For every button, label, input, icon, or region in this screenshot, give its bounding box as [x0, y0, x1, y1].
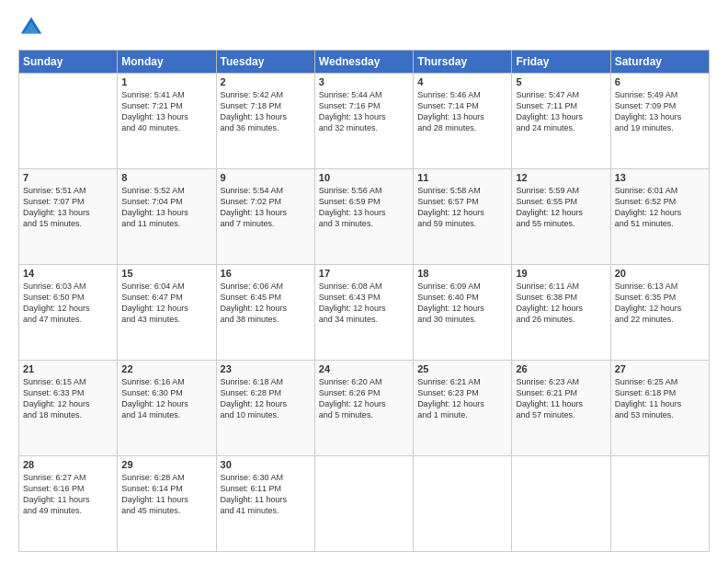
weekday-friday: Friday — [512, 51, 610, 74]
week-row-4: 21Sunrise: 6:15 AM Sunset: 6:33 PM Dayli… — [19, 361, 710, 456]
day-info: Sunrise: 6:03 AM Sunset: 6:50 PM Dayligh… — [23, 281, 113, 326]
day-info: Sunrise: 5:51 AM Sunset: 7:07 PM Dayligh… — [23, 185, 113, 230]
header — [18, 15, 710, 40]
day-number: 12 — [516, 172, 606, 183]
calendar-cell: 23Sunrise: 6:18 AM Sunset: 6:28 PM Dayli… — [216, 361, 314, 456]
day-info: Sunrise: 6:30 AM Sunset: 6:11 PM Dayligh… — [221, 472, 311, 517]
day-number: 15 — [121, 268, 211, 279]
day-info: Sunrise: 6:15 AM Sunset: 6:33 PM Dayligh… — [23, 376, 113, 421]
calendar-cell: 5Sunrise: 5:47 AM Sunset: 7:11 PM Daylig… — [512, 74, 610, 169]
day-info: Sunrise: 6:06 AM Sunset: 6:45 PM Dayligh… — [221, 281, 311, 326]
week-row-2: 7Sunrise: 5:51 AM Sunset: 7:07 PM Daylig… — [19, 169, 710, 265]
calendar-cell: 21Sunrise: 6:15 AM Sunset: 6:33 PM Dayli… — [19, 361, 118, 456]
weekday-thursday: Thursday — [414, 51, 512, 74]
calendar-cell — [610, 456, 709, 552]
day-number: 3 — [319, 76, 409, 87]
calendar-cell: 29Sunrise: 6:28 AM Sunset: 6:14 PM Dayli… — [118, 456, 216, 552]
calendar-cell: 2Sunrise: 5:42 AM Sunset: 7:18 PM Daylig… — [216, 74, 314, 169]
day-number: 29 — [121, 459, 211, 470]
day-info: Sunrise: 6:04 AM Sunset: 6:47 PM Dayligh… — [121, 281, 211, 326]
logo — [18, 15, 48, 40]
calendar-cell: 14Sunrise: 6:03 AM Sunset: 6:50 PM Dayli… — [19, 265, 118, 361]
weekday-saturday: Saturday — [610, 51, 709, 74]
day-number: 20 — [615, 268, 705, 279]
day-info: Sunrise: 5:54 AM Sunset: 7:02 PM Dayligh… — [221, 185, 311, 230]
day-number: 4 — [417, 76, 507, 87]
weekday-wednesday: Wednesday — [314, 51, 413, 74]
day-info: Sunrise: 5:56 AM Sunset: 6:59 PM Dayligh… — [319, 185, 409, 230]
calendar-cell: 8Sunrise: 5:52 AM Sunset: 7:04 PM Daylig… — [118, 169, 216, 265]
day-number: 21 — [23, 363, 113, 374]
weekday-sunday: Sunday — [19, 51, 118, 74]
day-info: Sunrise: 6:08 AM Sunset: 6:43 PM Dayligh… — [319, 281, 409, 326]
calendar-cell: 30Sunrise: 6:30 AM Sunset: 6:11 PM Dayli… — [216, 456, 314, 552]
calendar-cell: 16Sunrise: 6:06 AM Sunset: 6:45 PM Dayli… — [216, 265, 314, 361]
day-number: 16 — [221, 268, 311, 279]
day-info: Sunrise: 6:11 AM Sunset: 6:38 PM Dayligh… — [516, 281, 606, 326]
day-number: 19 — [516, 268, 606, 279]
day-number: 14 — [23, 268, 113, 279]
day-info: Sunrise: 6:23 AM Sunset: 6:21 PM Dayligh… — [516, 376, 606, 421]
calendar-cell: 10Sunrise: 5:56 AM Sunset: 6:59 PM Dayli… — [314, 169, 413, 265]
calendar-cell: 24Sunrise: 6:20 AM Sunset: 6:26 PM Dayli… — [314, 361, 413, 456]
weekday-monday: Monday — [118, 51, 216, 74]
week-row-3: 14Sunrise: 6:03 AM Sunset: 6:50 PM Dayli… — [19, 265, 710, 361]
day-info: Sunrise: 6:20 AM Sunset: 6:26 PM Dayligh… — [319, 376, 409, 421]
day-number: 18 — [417, 268, 507, 279]
weekday-tuesday: Tuesday — [216, 51, 314, 74]
day-number: 25 — [417, 363, 507, 374]
day-info: Sunrise: 6:21 AM Sunset: 6:23 PM Dayligh… — [417, 376, 507, 421]
day-number: 5 — [516, 76, 606, 87]
calendar-cell: 4Sunrise: 5:46 AM Sunset: 7:14 PM Daylig… — [414, 74, 512, 169]
day-number: 17 — [319, 268, 409, 279]
day-number: 27 — [615, 363, 705, 374]
calendar-cell: 7Sunrise: 5:51 AM Sunset: 7:07 PM Daylig… — [19, 169, 118, 265]
calendar-cell: 3Sunrise: 5:44 AM Sunset: 7:16 PM Daylig… — [314, 74, 413, 169]
day-info: Sunrise: 5:49 AM Sunset: 7:09 PM Dayligh… — [615, 89, 705, 134]
calendar-cell: 27Sunrise: 6:25 AM Sunset: 6:18 PM Dayli… — [610, 361, 709, 456]
day-info: Sunrise: 6:13 AM Sunset: 6:35 PM Dayligh… — [615, 281, 705, 326]
calendar-table: SundayMondayTuesdayWednesdayThursdayFrid… — [18, 50, 710, 552]
calendar-cell: 15Sunrise: 6:04 AM Sunset: 6:47 PM Dayli… — [118, 265, 216, 361]
day-info: Sunrise: 5:42 AM Sunset: 7:18 PM Dayligh… — [221, 89, 311, 134]
logo-icon — [18, 15, 44, 40]
calendar-cell — [19, 74, 118, 169]
calendar-cell — [414, 456, 512, 552]
day-number: 8 — [121, 172, 211, 183]
day-number: 7 — [23, 172, 113, 183]
day-info: Sunrise: 5:58 AM Sunset: 6:57 PM Dayligh… — [417, 185, 507, 230]
page: SundayMondayTuesdayWednesdayThursdayFrid… — [0, 0, 728, 563]
calendar-cell: 11Sunrise: 5:58 AM Sunset: 6:57 PM Dayli… — [414, 169, 512, 265]
calendar-cell: 22Sunrise: 6:16 AM Sunset: 6:30 PM Dayli… — [118, 361, 216, 456]
day-info: Sunrise: 6:18 AM Sunset: 6:28 PM Dayligh… — [221, 376, 311, 421]
day-info: Sunrise: 6:25 AM Sunset: 6:18 PM Dayligh… — [615, 376, 705, 421]
calendar-cell: 26Sunrise: 6:23 AM Sunset: 6:21 PM Dayli… — [512, 361, 610, 456]
day-number: 22 — [121, 363, 211, 374]
day-number: 1 — [121, 76, 211, 87]
weekday-header-row: SundayMondayTuesdayWednesdayThursdayFrid… — [19, 51, 710, 74]
day-number: 26 — [516, 363, 606, 374]
calendar-cell: 6Sunrise: 5:49 AM Sunset: 7:09 PM Daylig… — [610, 74, 709, 169]
day-info: Sunrise: 6:01 AM Sunset: 6:52 PM Dayligh… — [615, 185, 705, 230]
day-number: 24 — [319, 363, 409, 374]
day-info: Sunrise: 5:44 AM Sunset: 7:16 PM Dayligh… — [319, 89, 409, 134]
calendar-cell: 20Sunrise: 6:13 AM Sunset: 6:35 PM Dayli… — [610, 265, 709, 361]
calendar-cell: 13Sunrise: 6:01 AM Sunset: 6:52 PM Dayli… — [610, 169, 709, 265]
day-number: 30 — [221, 459, 311, 470]
week-row-5: 28Sunrise: 6:27 AM Sunset: 6:16 PM Dayli… — [19, 456, 710, 552]
day-info: Sunrise: 5:46 AM Sunset: 7:14 PM Dayligh… — [417, 89, 507, 134]
day-info: Sunrise: 6:27 AM Sunset: 6:16 PM Dayligh… — [23, 472, 113, 517]
calendar-cell: 28Sunrise: 6:27 AM Sunset: 6:16 PM Dayli… — [19, 456, 118, 552]
calendar-cell: 1Sunrise: 5:41 AM Sunset: 7:21 PM Daylig… — [118, 74, 216, 169]
day-number: 9 — [221, 172, 311, 183]
day-info: Sunrise: 5:59 AM Sunset: 6:55 PM Dayligh… — [516, 185, 606, 230]
day-number: 6 — [615, 76, 705, 87]
day-info: Sunrise: 5:41 AM Sunset: 7:21 PM Dayligh… — [121, 89, 211, 134]
calendar-cell — [314, 456, 413, 552]
day-number: 13 — [615, 172, 705, 183]
day-info: Sunrise: 5:52 AM Sunset: 7:04 PM Dayligh… — [121, 185, 211, 230]
day-info: Sunrise: 6:28 AM Sunset: 6:14 PM Dayligh… — [121, 472, 211, 517]
calendar-cell: 19Sunrise: 6:11 AM Sunset: 6:38 PM Dayli… — [512, 265, 610, 361]
day-info: Sunrise: 6:09 AM Sunset: 6:40 PM Dayligh… — [417, 281, 507, 326]
day-number: 10 — [319, 172, 409, 183]
